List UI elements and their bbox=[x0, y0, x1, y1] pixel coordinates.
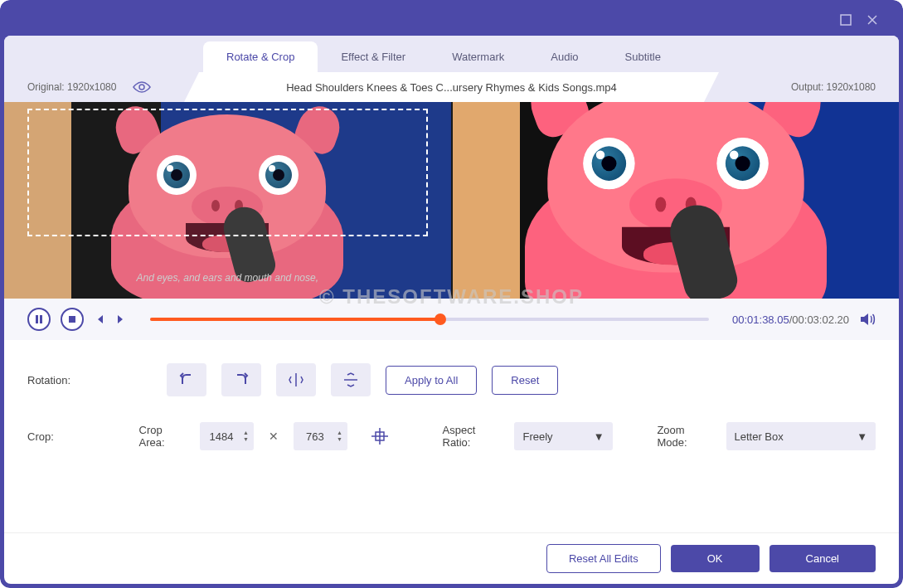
tab-watermark[interactable]: Watermark bbox=[429, 41, 527, 72]
original-label: Original: 1920x1080 bbox=[27, 81, 116, 93]
original-preview[interactable]: And eyes, and ears and mouth and nose, bbox=[4, 102, 451, 299]
flip-horizontal-button[interactable] bbox=[276, 363, 316, 396]
crop-height-input[interactable] bbox=[294, 430, 337, 443]
preview-area: And eyes, and ears and mouth and nose, bbox=[4, 102, 899, 299]
crop-row: Crop: Crop Area: ▲▼ ✕ ▲▼ Aspect Ratio: F… bbox=[27, 420, 876, 453]
zoom-mode-value: Letter Box bbox=[735, 430, 784, 443]
output-resolution: Output: 1920x1080 bbox=[704, 72, 899, 102]
total-time: 00:03:02.20 bbox=[792, 313, 849, 326]
original-resolution: Original: 1920x1080 bbox=[4, 72, 199, 102]
crop-width-spinner[interactable]: ▲▼ bbox=[200, 422, 254, 450]
svg-rect-2 bbox=[36, 315, 38, 323]
close-button[interactable] bbox=[862, 10, 882, 30]
current-time: 00:01:38.05 bbox=[732, 313, 789, 326]
rotate-right-button[interactable] bbox=[221, 363, 261, 396]
crop-area-label: Crop Area: bbox=[139, 424, 185, 449]
minimize-button[interactable] bbox=[836, 10, 856, 30]
preview-eye-icon[interactable] bbox=[133, 81, 151, 93]
width-down[interactable]: ▼ bbox=[243, 436, 249, 443]
rotation-row: Rotation: Apply to All Reset bbox=[27, 363, 876, 396]
svg-rect-4 bbox=[69, 316, 75, 323]
crop-height-spinner[interactable]: ▲▼ bbox=[294, 422, 347, 450]
ok-button[interactable]: OK bbox=[671, 545, 760, 572]
aspect-ratio-label: Aspect Ratio: bbox=[443, 424, 500, 449]
svg-rect-0 bbox=[841, 15, 851, 25]
rotation-label: Rotation: bbox=[27, 374, 85, 386]
tab-bar: Rotate & Crop Effect & Filter Watermark … bbox=[4, 36, 899, 72]
volume-icon[interactable] bbox=[859, 312, 876, 327]
flip-vertical-button[interactable] bbox=[331, 363, 371, 396]
crop-label: Crop: bbox=[27, 430, 85, 443]
pause-button[interactable] bbox=[27, 308, 51, 331]
cancel-button[interactable]: Cancel bbox=[769, 545, 876, 572]
output-preview bbox=[453, 102, 900, 299]
aspect-ratio-value: Freely bbox=[522, 430, 552, 443]
app-window: Rotate & Crop Effect & Filter Watermark … bbox=[0, 0, 903, 588]
tab-subtitle[interactable]: Subtitle bbox=[602, 41, 684, 72]
center-crop-icon[interactable] bbox=[362, 420, 398, 453]
svg-point-1 bbox=[139, 85, 144, 90]
multiply-icon: ✕ bbox=[269, 430, 279, 443]
tab-effect-filter[interactable]: Effect & Filter bbox=[318, 41, 429, 72]
chevron-down-icon: ▼ bbox=[857, 430, 867, 443]
crop-width-input[interactable] bbox=[200, 430, 243, 443]
rotate-left-button[interactable] bbox=[167, 363, 206, 396]
reset-rotation-button[interactable]: Reset bbox=[492, 366, 558, 395]
timeline-slider[interactable] bbox=[150, 318, 709, 321]
reset-all-button[interactable]: Reset All Edits bbox=[546, 544, 661, 573]
info-bar: Original: 1920x1080 Head Shoulders Knees… bbox=[4, 72, 899, 102]
tab-rotate-crop[interactable]: Rotate & Crop bbox=[203, 41, 318, 72]
footer: Reset All Edits OK Cancel bbox=[4, 532, 899, 584]
edit-panel: Rotation: Apply to All Reset Crop: Crop … bbox=[4, 340, 899, 532]
zoom-mode-label: Zoom Mode: bbox=[657, 424, 711, 449]
next-frame-button[interactable] bbox=[115, 313, 127, 325]
tab-audio[interactable]: Audio bbox=[527, 41, 601, 72]
height-down[interactable]: ▼ bbox=[337, 436, 342, 443]
svg-rect-3 bbox=[40, 315, 42, 323]
zoom-mode-select[interactable]: Letter Box ▼ bbox=[726, 422, 876, 450]
chevron-down-icon: ▼ bbox=[594, 430, 604, 443]
timeline-progress bbox=[150, 318, 440, 321]
timeline-thumb[interactable] bbox=[435, 313, 446, 325]
width-up[interactable]: ▲ bbox=[243, 430, 249, 436]
watermark-text: © THESOFTWARE.SHOP bbox=[319, 285, 584, 309]
subtitle-text: And eyes, and ears and mouth and nose, bbox=[4, 272, 451, 284]
titlebar bbox=[4, 4, 899, 36]
apply-all-button[interactable]: Apply to All bbox=[386, 366, 477, 395]
aspect-ratio-select[interactable]: Freely ▼ bbox=[514, 422, 612, 450]
content-area: Rotate & Crop Effect & Filter Watermark … bbox=[4, 36, 899, 584]
height-up[interactable]: ▲ bbox=[337, 430, 342, 436]
prev-frame-button[interactable] bbox=[94, 313, 105, 325]
stop-button[interactable] bbox=[61, 308, 84, 331]
